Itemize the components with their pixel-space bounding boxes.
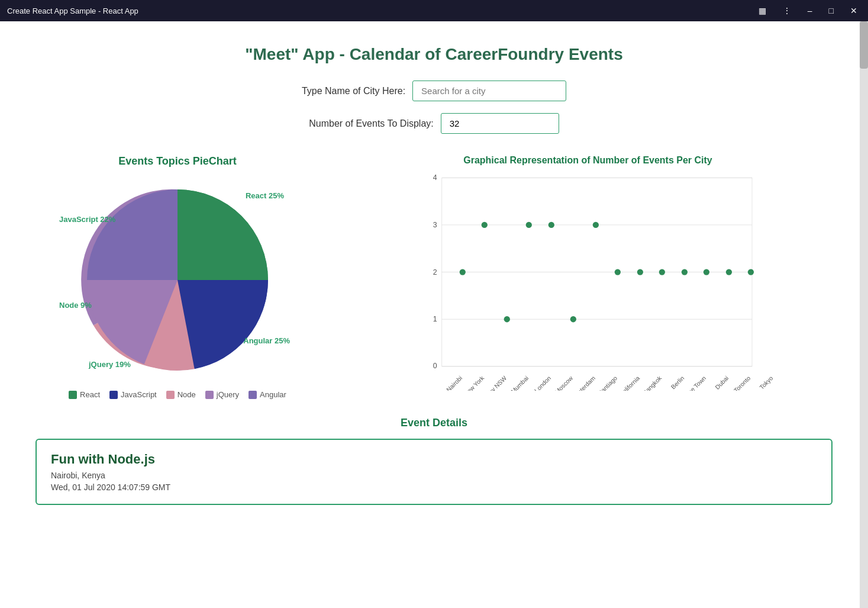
scrollbar-thumb[interactable] <box>860 21 868 69</box>
titlebar-controls[interactable]: ▦ ⋮ – □ ✕ <box>755 5 861 17</box>
event-datetime-0: Wed, 01 Jul 2020 14:07:59 GMT <box>51 482 817 492</box>
pie-chart-svg-main <box>77 179 278 381</box>
legend-label-angular: Angular <box>260 390 286 399</box>
svg-text:Toronto: Toronto <box>733 375 751 391</box>
titlebar: Create React App Sample - React App ▦ ⋮ … <box>0 0 868 21</box>
svg-text:Dubai: Dubai <box>714 375 730 391</box>
scrollbar[interactable] <box>860 21 868 608</box>
svg-text:3: 3 <box>433 221 437 229</box>
event-card-0: Fun with Node.js Nairobi, Kenya Wed, 01 … <box>36 439 832 505</box>
pie-chart-container: React 25% JavaScript 22% Node 9% Angular… <box>77 179 278 381</box>
legend-item-jquery: jQuery <box>205 390 239 399</box>
legend-label-javascript: JavaScript <box>121 390 157 399</box>
scatter-chart-container: 4 3 2 1 0 Nairobi New York Sydney NSW Mu… <box>343 172 832 391</box>
legend-label-node: Node <box>178 390 196 399</box>
legend-label-react: React <box>80 390 100 399</box>
svg-text:Santiago: Santiago <box>597 375 619 391</box>
legend-color-node <box>166 391 175 399</box>
svg-text:London: London <box>533 375 552 391</box>
close-button[interactable]: ✕ <box>847 5 861 17</box>
svg-text:1: 1 <box>433 315 437 323</box>
scatter-point-3 <box>526 222 532 228</box>
scatter-point-13 <box>748 269 754 275</box>
city-search-input[interactable] <box>412 81 566 101</box>
svg-text:Nairobi: Nairobi <box>445 375 463 391</box>
pie-chart-section: Events Topics PieChart <box>36 155 320 399</box>
svg-text:Cape Town: Cape Town <box>681 375 707 391</box>
scatter-point-1 <box>482 222 488 228</box>
legend-color-react <box>69 391 77 399</box>
scatter-point-4 <box>548 222 554 228</box>
event-details-title: Event Details <box>36 417 832 429</box>
svg-text:Berlin: Berlin <box>670 375 686 391</box>
scatter-point-8 <box>637 269 643 275</box>
legend-color-jquery <box>205 391 214 399</box>
svg-text:Moscow: Moscow <box>554 375 575 391</box>
pie-legend: React JavaScript Node jQuery Angular <box>36 390 320 399</box>
pie-label-angular: Angular 25% <box>243 336 290 345</box>
svg-text:Tokyo: Tokyo <box>759 375 775 391</box>
scatter-point-0 <box>460 269 466 275</box>
titlebar-left: Create React App Sample - React App <box>7 7 138 15</box>
charts-section: Events Topics PieChart <box>36 155 832 399</box>
svg-text:2: 2 <box>433 268 437 276</box>
legend-item-react: React <box>69 390 100 399</box>
pie-chart-title: Events Topics PieChart <box>36 155 320 168</box>
scatter-point-5 <box>570 316 576 322</box>
titlebar-title: Create React App Sample - React App <box>7 7 138 15</box>
scatter-point-7 <box>615 269 621 275</box>
legend-item-angular: Angular <box>249 390 286 399</box>
svg-text:Amsterdam: Amsterdam <box>570 375 596 391</box>
scatter-point-9 <box>659 269 665 275</box>
scatter-chart-svg: 4 3 2 1 0 Nairobi New York Sydney NSW Mu… <box>343 172 832 391</box>
legend-color-javascript <box>109 391 118 399</box>
scatter-point-6 <box>593 222 599 228</box>
more-button[interactable]: ⋮ <box>779 5 795 17</box>
scatter-point-10 <box>682 269 688 275</box>
city-search-row: Type Name of City Here: <box>36 81 832 101</box>
event-title-0: Fun with Node.js <box>51 452 817 467</box>
scatter-point-2 <box>504 316 510 322</box>
svg-text:Mumbai: Mumbai <box>510 375 530 391</box>
scatter-point-12 <box>726 269 732 275</box>
legend-label-jquery: jQuery <box>217 390 239 399</box>
main-content: "Meet" App - Calendar of CareerFoundry E… <box>0 21 868 608</box>
events-count-input[interactable] <box>441 113 559 134</box>
svg-text:4: 4 <box>433 173 437 182</box>
pie-label-javascript: JavaScript 22% <box>59 215 115 224</box>
events-count-label: Number of Events To Display: <box>309 118 433 129</box>
svg-text:California: California <box>618 375 641 391</box>
minimize-button[interactable]: – <box>804 5 816 17</box>
svg-text:New York: New York <box>463 374 486 391</box>
pie-label-jquery: jQuery 19% <box>89 360 131 369</box>
svg-text:0: 0 <box>433 362 437 370</box>
svg-text:Bangkok: Bangkok <box>641 374 663 391</box>
legend-item-javascript: JavaScript <box>109 390 157 399</box>
maximize-button[interactable]: □ <box>825 5 837 17</box>
city-search-label: Type Name of City Here: <box>302 86 405 96</box>
event-location-0: Nairobi, Kenya <box>51 471 817 480</box>
events-count-row: Number of Events To Display: <box>36 113 832 134</box>
page-title: "Meet" App - Calendar of CareerFoundry E… <box>36 45 832 64</box>
scatter-chart-title: Graphical Representation of Number of Ev… <box>343 155 832 166</box>
legend-item-node: Node <box>166 390 196 399</box>
pie-label-react: React 25% <box>246 191 284 200</box>
scatter-chart-section: Graphical Representation of Number of Ev… <box>343 155 832 391</box>
scatter-point-11 <box>704 269 709 275</box>
extensions-button[interactable]: ▦ <box>755 5 770 17</box>
pie-label-node: Node 9% <box>59 301 92 310</box>
legend-color-angular <box>249 391 257 399</box>
